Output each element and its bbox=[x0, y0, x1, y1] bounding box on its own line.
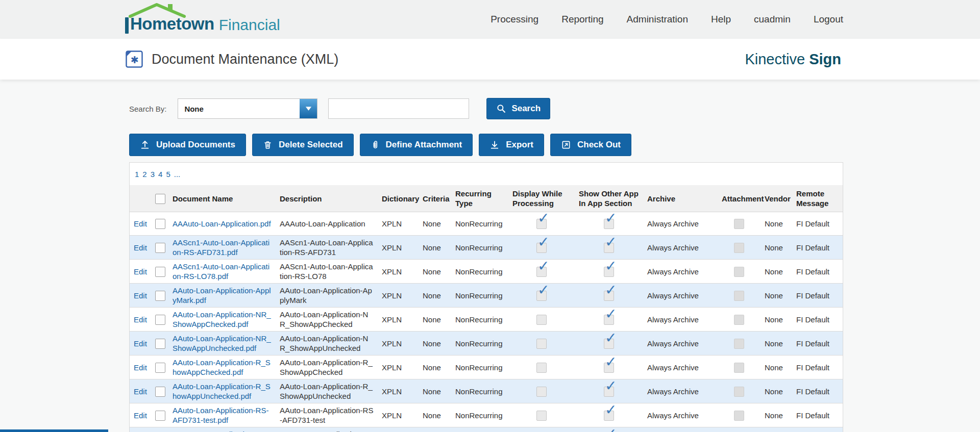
attachment-checkbox[interactable] bbox=[734, 243, 744, 253]
documents-table: Document Name Description Dictionary Cri… bbox=[130, 185, 843, 432]
archive-cell: Always Archive bbox=[643, 403, 718, 427]
toolbar: Upload DocumentsDelete SelectedDefine At… bbox=[129, 134, 843, 156]
row-select-checkbox[interactable] bbox=[155, 387, 165, 397]
edit-link[interactable]: Edit bbox=[134, 291, 147, 300]
nav-item-help[interactable]: Help bbox=[711, 14, 731, 25]
show-other-app-checkbox[interactable] bbox=[604, 411, 614, 421]
show-other-app-checkbox[interactable] bbox=[604, 291, 614, 301]
row-select-checkbox[interactable] bbox=[155, 291, 165, 301]
trash-icon bbox=[263, 140, 273, 150]
page-link-1[interactable]: 1 bbox=[135, 170, 139, 179]
hometown-financial-logo[interactable]: HometownFinancial bbox=[125, 0, 280, 39]
nav-item-cuadmin[interactable]: cuadmin bbox=[754, 14, 791, 25]
attachment-checkbox[interactable] bbox=[734, 291, 744, 301]
nav-item-processing[interactable]: Processing bbox=[491, 14, 538, 25]
edit-link[interactable]: Edit bbox=[134, 243, 147, 252]
page-link-2[interactable]: 2 bbox=[142, 170, 146, 179]
display-while-processing-checkbox[interactable] bbox=[536, 291, 547, 301]
documents-tbody: EditAAAuto-Loan-Application.pdfAAAuto-Lo… bbox=[130, 212, 843, 432]
document-name-link[interactable]: AAuto-Loan-Application-RS-AFD731-Test2.p… bbox=[173, 430, 268, 432]
edit-link[interactable]: Edit bbox=[134, 339, 147, 348]
attachment-checkbox[interactable] bbox=[734, 315, 744, 325]
nav-item-administration[interactable]: Administration bbox=[627, 14, 688, 25]
document-name-link[interactable]: AAuto-Loan-Application-R_ShowAppUnchecke… bbox=[173, 382, 271, 400]
criteria-cell: None bbox=[419, 332, 451, 355]
display-while-processing-checkbox[interactable] bbox=[536, 387, 547, 397]
edit-link[interactable]: Edit bbox=[134, 267, 147, 276]
display-while-processing-checkbox[interactable] bbox=[536, 243, 547, 253]
table-row: EditAAScn1-Auto-Loan-Application-RS-AFD7… bbox=[130, 236, 843, 260]
show-other-app-checkbox[interactable] bbox=[604, 243, 614, 253]
display-while-processing-header: Display While Processing bbox=[508, 185, 575, 212]
criteria-cell: None bbox=[419, 355, 451, 379]
page-title: Document Maintenance (XML) bbox=[152, 52, 338, 67]
description-cell: AAuto-Loan-Application-NR_ShowAppUncheck… bbox=[276, 332, 378, 355]
nav-item-logout[interactable]: Logout bbox=[814, 14, 843, 25]
attachment-checkbox[interactable] bbox=[734, 387, 744, 397]
edit-link[interactable]: Edit bbox=[134, 363, 147, 372]
edit-link[interactable]: Edit bbox=[134, 315, 147, 324]
display-while-processing-checkbox[interactable] bbox=[536, 363, 547, 373]
recurring-type-cell: NonRecurring bbox=[451, 332, 508, 355]
export-button[interactable]: Export bbox=[479, 134, 544, 156]
attachment-checkbox[interactable] bbox=[734, 411, 744, 421]
edit-link[interactable]: Edit bbox=[134, 219, 147, 228]
edit-link[interactable]: Edit bbox=[134, 411, 147, 420]
show-other-app-checkbox[interactable] bbox=[604, 339, 614, 349]
remote-message-cell: FI Default bbox=[792, 379, 843, 403]
row-select-checkbox[interactable] bbox=[155, 339, 165, 349]
page-link-5[interactable]: 5 bbox=[166, 170, 170, 179]
table-row: EditAAuto-Loan-Application-RS-AFD731-tes… bbox=[130, 403, 843, 427]
attachment-checkbox[interactable] bbox=[734, 219, 744, 229]
select-all-checkbox[interactable] bbox=[155, 194, 165, 204]
page-link-3[interactable]: 3 bbox=[151, 170, 155, 179]
row-select-checkbox[interactable] bbox=[155, 363, 165, 373]
logo-word-financial: Financial bbox=[219, 16, 280, 34]
search-row: Search By: None Search bbox=[129, 98, 843, 119]
show-other-app-checkbox[interactable] bbox=[604, 267, 614, 277]
display-while-processing-checkbox[interactable] bbox=[536, 315, 547, 325]
document-name-link[interactable]: AAuto-Loan-Application-ApplyMark.pdf bbox=[173, 286, 271, 304]
row-select-checkbox[interactable] bbox=[155, 315, 165, 325]
document-name-link[interactable]: AAuto-Loan-Application-R_ShowAppChecked.… bbox=[173, 358, 271, 376]
upload-documents-button[interactable]: Upload Documents bbox=[129, 134, 246, 156]
dropdown-arrow-button[interactable] bbox=[300, 99, 317, 118]
page-link-4[interactable]: 4 bbox=[158, 170, 162, 179]
display-while-processing-checkbox[interactable] bbox=[536, 411, 547, 421]
define-attachment-button[interactable]: Define Attachment bbox=[360, 134, 473, 156]
display-while-processing-checkbox[interactable] bbox=[536, 219, 547, 229]
remote-message-cell: FI Default bbox=[792, 403, 843, 427]
table-row: EditAAuto-Loan-Application-R_ShowAppUnch… bbox=[130, 379, 843, 403]
document-name-link[interactable]: AAScn1-Auto-Loan-Application-RS-AFD731.p… bbox=[173, 238, 270, 257]
document-name-link[interactable]: AAuto-Loan-Application-NR_ShowAppChecked… bbox=[173, 310, 271, 328]
search-button[interactable]: Search bbox=[486, 98, 550, 119]
row-select-checkbox[interactable] bbox=[155, 267, 165, 277]
document-name-link[interactable]: AAuto-Loan-Application-NR_ShowAppUncheck… bbox=[173, 334, 271, 352]
document-name-link[interactable]: AAAuto-Loan-Application.pdf bbox=[173, 219, 271, 228]
description-cell: AAScn1-Auto-Loan-Application-RS-AFD731 bbox=[276, 236, 378, 260]
attachment-checkbox[interactable] bbox=[734, 339, 744, 349]
show-other-app-checkbox[interactable] bbox=[604, 315, 614, 325]
search-input[interactable] bbox=[328, 98, 469, 119]
search-by-dropdown[interactable]: None bbox=[178, 98, 317, 119]
check-out-button[interactable]: Check Out bbox=[550, 134, 631, 156]
show-other-app-checkbox[interactable] bbox=[604, 219, 614, 229]
attachment-checkbox[interactable] bbox=[734, 363, 744, 373]
document-name-link[interactable]: AAuto-Loan-Application-RS-AFD731-test.pd… bbox=[173, 406, 268, 424]
display-while-processing-checkbox[interactable] bbox=[536, 267, 547, 277]
row-select-checkbox[interactable] bbox=[155, 243, 165, 253]
delete-selected-button[interactable]: Delete Selected bbox=[252, 134, 354, 156]
attachment-checkbox[interactable] bbox=[734, 267, 744, 277]
show-other-app-checkbox[interactable] bbox=[604, 363, 614, 373]
delete-selected-label: Delete Selected bbox=[279, 140, 343, 150]
remote-message-cell: FI Default bbox=[792, 236, 843, 260]
row-select-checkbox[interactable] bbox=[155, 219, 165, 229]
document-name-link[interactable]: AAScn1-Auto-Loan-Application-RS-LO78.pdf bbox=[173, 262, 270, 281]
display-while-processing-checkbox[interactable] bbox=[536, 339, 547, 349]
row-select-checkbox[interactable] bbox=[155, 411, 165, 421]
remote-message-cell: FI Default bbox=[792, 355, 843, 379]
page-link-...[interactable]: ... bbox=[174, 170, 181, 179]
show-other-app-checkbox[interactable] bbox=[604, 387, 614, 397]
nav-item-reporting[interactable]: Reporting bbox=[561, 14, 603, 25]
edit-link[interactable]: Edit bbox=[134, 387, 147, 396]
